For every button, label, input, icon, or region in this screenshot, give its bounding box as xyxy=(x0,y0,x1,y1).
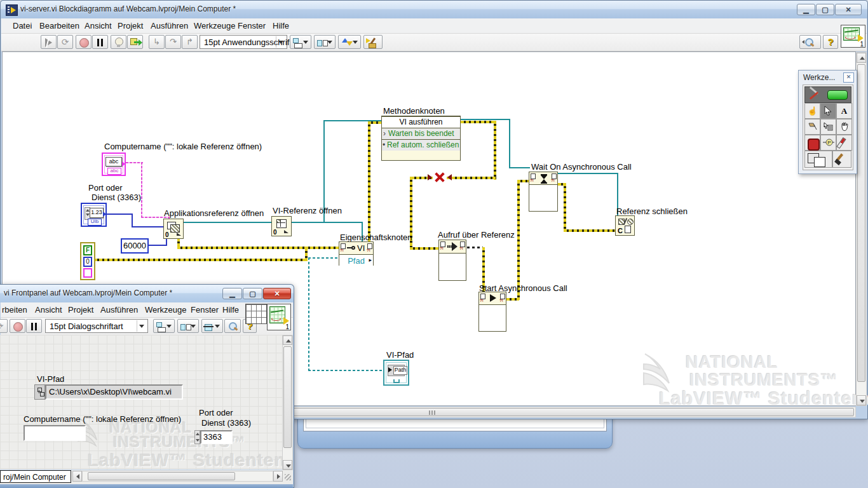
numeric-control[interactable]: 1.23 UIb xyxy=(81,203,107,227)
boolean-false-constant[interactable]: F xyxy=(83,245,92,255)
tool-set-color[interactable] xyxy=(804,151,832,168)
step-into-button[interactable]: ↳ xyxy=(149,35,165,49)
tool-shortcut-menu[interactable] xyxy=(820,119,836,135)
fp-pause-button[interactable] xyxy=(26,319,42,333)
highlight-execution-button[interactable] xyxy=(111,35,126,49)
fp-horizontal-scrollbar[interactable] xyxy=(82,471,273,482)
open-app-ref-node[interactable]: 0 xyxy=(163,219,184,239)
fp-close-button[interactable]: ✕ xyxy=(263,288,291,299)
minimize-button[interactable]: ▁ xyxy=(797,4,815,15)
broken-wire-icon[interactable] xyxy=(433,171,447,184)
start-async-node[interactable]: ?! ?! xyxy=(478,292,506,332)
tool-edit-text[interactable]: A xyxy=(836,103,852,119)
pause-button[interactable] xyxy=(92,35,108,49)
tool-color-copy[interactable] xyxy=(836,135,852,151)
wire-error[interactable] xyxy=(368,121,370,242)
main-titlebar[interactable]: vi-server.vi Blockdiagramm auf Webcam.lv… xyxy=(1,1,867,18)
tool-scroll[interactable] xyxy=(836,119,852,135)
fp-search-button[interactable] xyxy=(224,319,241,333)
vertical-scrollbar[interactable] xyxy=(856,52,867,406)
tool-auto-select[interactable] xyxy=(804,86,851,103)
invoke-row-wait[interactable]: › Warten bis beendet xyxy=(382,128,460,139)
wire-vi-ref[interactable] xyxy=(184,222,271,223)
fp-port-field[interactable]: 3363 xyxy=(194,430,233,444)
wire-error[interactable] xyxy=(94,259,308,261)
fp-vertical-scrollbar-thumb[interactable] xyxy=(283,346,292,448)
fp-vi-pfad-value[interactable]: C:\Users\x\Desktop\VI\webcam.vi xyxy=(45,384,183,400)
wait-async-node[interactable]: ?! ?! xyxy=(529,172,558,212)
wire-path-dashed[interactable] xyxy=(308,257,309,371)
wire-path-dashed[interactable] xyxy=(308,370,384,371)
fp-panel[interactable]: NATIONAL INSTRUMENTS™ LabVIEW™ Studenten… xyxy=(0,335,282,470)
wire-error[interactable] xyxy=(564,183,566,232)
string-control[interactable]: abc abc xyxy=(102,152,126,176)
wire-vi-ref[interactable] xyxy=(509,167,530,168)
fp-port-value[interactable]: 3363 xyxy=(200,430,233,444)
fp-menu-item-ausfuehren[interactable]: Ausführen xyxy=(100,305,138,315)
fp-distribute-objects-button[interactable] xyxy=(177,319,199,333)
menu-item-werkzeuge[interactable]: Werkzeuge xyxy=(194,21,236,30)
fp-continuous-run-button[interactable]: ⟳ xyxy=(0,319,8,333)
fp-menu-item-ansicht[interactable]: Ansicht xyxy=(35,305,62,315)
path-indicator[interactable]: Path xyxy=(383,360,409,386)
wire-error[interactable] xyxy=(517,180,530,182)
numeric-constant-timeout[interactable]: 60000 xyxy=(121,238,149,254)
menu-item-datei[interactable]: Datei xyxy=(13,21,32,30)
wire-numeric[interactable] xyxy=(132,226,165,227)
resize-grip[interactable] xyxy=(285,474,291,480)
menu-item-fenster[interactable]: Fenster xyxy=(238,21,266,30)
fp-menu-item-fenster[interactable]: Fenster xyxy=(191,305,219,315)
menu-item-projekt[interactable]: Projekt xyxy=(118,21,143,30)
lv-app-icon[interactable]: 1 xyxy=(841,25,865,48)
menu-item-bearbeiten[interactable]: Bearbeiten xyxy=(39,21,79,30)
run-button[interactable] xyxy=(41,35,57,49)
fp-hscroll-right[interactable] xyxy=(273,471,283,482)
open-vi-ref-node[interactable]: 0 xyxy=(271,216,292,236)
wire-error[interactable] xyxy=(305,247,339,249)
close-ref-node[interactable]: C xyxy=(615,215,635,236)
fp-status-context[interactable]: roj/Mein Computer xyxy=(0,470,71,483)
abort-button[interactable] xyxy=(76,35,92,49)
fp-lv-app-icon[interactable]: 1 xyxy=(267,304,291,330)
reorder-button[interactable] xyxy=(338,35,361,49)
fp-grid-icon[interactable] xyxy=(245,304,267,324)
wire-error[interactable] xyxy=(447,177,496,179)
wire-string[interactable] xyxy=(126,162,143,163)
wire-error[interactable] xyxy=(461,121,496,123)
wire-vi-ref[interactable] xyxy=(292,222,363,223)
fp-computername-field[interactable] xyxy=(24,425,86,441)
wire-vi-ref[interactable] xyxy=(509,119,510,168)
fp-hscroll-left[interactable] xyxy=(72,471,82,482)
continuous-run-button[interactable]: ⟳ xyxy=(57,35,73,49)
menu-item-ausfuehren[interactable]: Ausführen xyxy=(151,21,188,30)
fp-align-objects-button[interactable] xyxy=(153,319,175,333)
cluster-constant[interactable]: F 0 xyxy=(80,242,95,280)
wire-error[interactable] xyxy=(410,247,439,250)
fp-maximize-button[interactable]: ▢ xyxy=(243,288,262,299)
fp-menu-item-bearbeiten[interactable]: rbeiten xyxy=(2,305,27,315)
retain-wire-values-button[interactable] xyxy=(127,35,143,49)
invoke-row-run-vi[interactable]: VI ausführen xyxy=(382,116,460,128)
wire-error[interactable] xyxy=(517,180,520,300)
cleanup-diagram-button[interactable] xyxy=(363,35,383,49)
font-selector[interactable]: 15pt Anwendungsschriftart xyxy=(200,35,287,49)
numeric-stepper[interactable] xyxy=(194,430,200,444)
wire-vi-ref[interactable] xyxy=(461,119,510,120)
fp-font-selector[interactable]: 15pt Dialogschriftart xyxy=(45,319,148,333)
string-empty-constant[interactable] xyxy=(83,268,92,278)
fp-vertical-scrollbar[interactable] xyxy=(282,335,293,470)
fp-abort-button[interactable] xyxy=(10,319,25,333)
fp-menu-item-projekt[interactable]: Projekt xyxy=(68,305,93,315)
tool-connect-wire[interactable] xyxy=(804,119,820,135)
fp-menu-item-werkzeuge[interactable]: Werkzeuge xyxy=(145,305,187,315)
wire-numeric[interactable] xyxy=(132,214,133,227)
maximize-button[interactable]: ▢ xyxy=(816,4,834,15)
wire-broken-stub[interactable] xyxy=(467,247,483,248)
wire-error[interactable] xyxy=(564,229,615,232)
tools-palette[interactable]: Werkze... ✕ ☝ A xyxy=(798,70,857,174)
fp-horizontal-scrollbar-thumb[interactable] xyxy=(88,472,235,480)
menu-item-hilfe[interactable]: Hilfe xyxy=(273,21,289,30)
tool-operate[interactable]: ☝ xyxy=(804,103,820,119)
property-node[interactable]: ?! VI ?! Pfad ▸ xyxy=(339,241,374,266)
wire-error[interactable] xyxy=(305,248,308,261)
